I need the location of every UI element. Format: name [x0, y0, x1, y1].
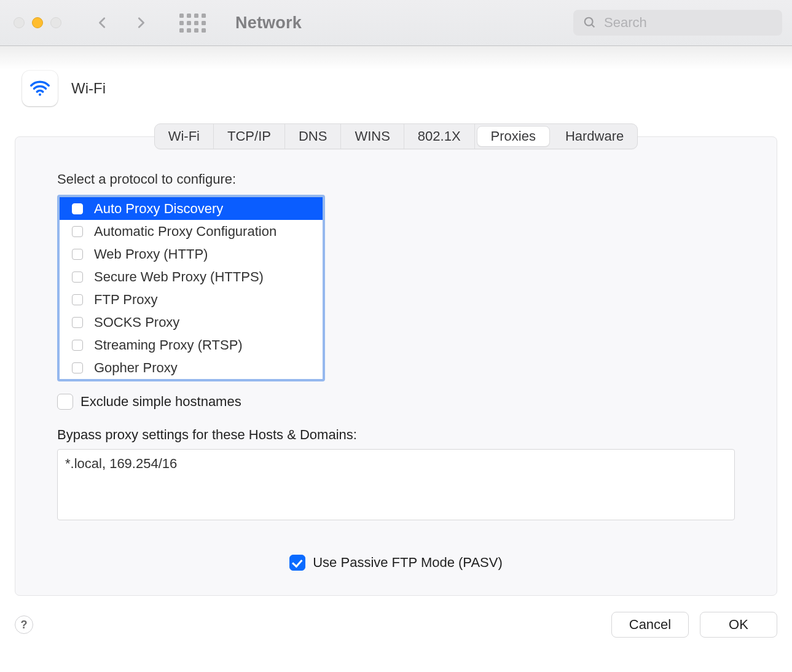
- svg-point-0: [585, 18, 593, 26]
- protocol-row-auto-discovery[interactable]: Auto Proxy Discovery: [60, 197, 323, 220]
- protocol-checkbox[interactable]: [72, 249, 83, 260]
- protocol-row-auto-config[interactable]: Automatic Proxy Configuration: [60, 220, 323, 243]
- zoom-window-button[interactable]: [50, 17, 61, 28]
- protocol-checkbox[interactable]: [72, 362, 83, 373]
- ok-button[interactable]: OK: [700, 612, 777, 638]
- window-title: Network: [235, 14, 302, 33]
- forward-button[interactable]: [134, 14, 147, 31]
- tabbar: Wi-Fi TCP/IP DNS WINS 802.1X Proxies Har…: [154, 123, 638, 149]
- cancel-button[interactable]: Cancel: [611, 612, 689, 638]
- protocol-row-https[interactable]: Secure Web Proxy (HTTPS): [60, 265, 323, 288]
- protocol-label: Web Proxy (HTTP): [94, 246, 208, 262]
- history-nav: [96, 14, 147, 31]
- window-controls: [14, 17, 61, 28]
- protocol-label: Auto Proxy Discovery: [94, 201, 223, 217]
- help-button[interactable]: ?: [15, 615, 33, 634]
- protocol-checkbox[interactable]: [72, 340, 83, 351]
- protocol-checkbox[interactable]: [72, 272, 83, 283]
- tab-8021x[interactable]: 802.1X: [404, 124, 475, 149]
- sheet-header: Wi-Fi: [15, 71, 777, 106]
- exclude-hostnames-row[interactable]: Exclude simple hostnames: [57, 394, 735, 410]
- protocol-label: Automatic Proxy Configuration: [94, 224, 276, 240]
- tab-proxies[interactable]: Proxies: [477, 126, 550, 147]
- search-field[interactable]: Search: [573, 10, 782, 36]
- sheet-title: Wi-Fi: [71, 80, 106, 97]
- back-button[interactable]: [96, 14, 109, 31]
- protocol-checkbox[interactable]: [72, 317, 83, 328]
- protocol-list[interactable]: Auto Proxy Discovery Automatic Proxy Con…: [57, 195, 325, 381]
- protocol-label: SOCKS Proxy: [94, 315, 179, 330]
- protocol-label: FTP Proxy: [94, 292, 158, 308]
- show-all-prefs-button[interactable]: [179, 14, 206, 33]
- protocol-checkbox[interactable]: [72, 294, 83, 305]
- tab-tcpip[interactable]: TCP/IP: [214, 124, 285, 149]
- svg-point-2: [39, 93, 41, 96]
- protocol-label: Gopher Proxy: [94, 360, 178, 376]
- bypass-textarea[interactable]: [57, 449, 735, 520]
- tab-wins[interactable]: WINS: [341, 124, 404, 149]
- pasv-checkbox[interactable]: [289, 555, 305, 571]
- protocol-row-socks[interactable]: SOCKS Proxy: [60, 311, 323, 334]
- pasv-label: Use Passive FTP Mode (PASV): [313, 555, 503, 571]
- search-icon: [583, 16, 597, 29]
- protocol-checkbox[interactable]: [72, 226, 83, 237]
- bypass-label: Bypass proxy settings for these Hosts & …: [57, 427, 735, 443]
- titlebar: Network Search: [0, 0, 792, 46]
- exclude-hostnames-checkbox[interactable]: [57, 394, 73, 410]
- protocol-label: Secure Web Proxy (HTTPS): [94, 269, 264, 285]
- protocol-row-http[interactable]: Web Proxy (HTTP): [60, 243, 323, 265]
- protocol-label: Streaming Proxy (RTSP): [94, 337, 243, 353]
- close-window-button[interactable]: [14, 17, 25, 28]
- pasv-row[interactable]: Use Passive FTP Mode (PASV): [289, 555, 503, 571]
- protocol-row-gopher[interactable]: Gopher Proxy: [60, 356, 323, 379]
- protocol-section-label: Select a protocol to configure:: [57, 171, 735, 187]
- dialog-footer: ? Cancel OK: [15, 612, 777, 638]
- svg-line-1: [592, 25, 595, 28]
- protocol-row-ftp[interactable]: FTP Proxy: [60, 288, 323, 311]
- wifi-icon: [22, 71, 58, 106]
- exclude-hostnames-label: Exclude simple hostnames: [80, 394, 241, 410]
- tab-hardware[interactable]: Hardware: [552, 124, 637, 149]
- dialog-sheet: Wi-Fi Wi-Fi TCP/IP DNS WINS 802.1X Proxi…: [0, 46, 792, 652]
- tab-wifi[interactable]: Wi-Fi: [155, 124, 214, 149]
- protocol-row-rtsp[interactable]: Streaming Proxy (RTSP): [60, 334, 323, 356]
- tab-dns[interactable]: DNS: [285, 124, 341, 149]
- minimize-window-button[interactable]: [32, 17, 43, 28]
- proxies-panel: Select a protocol to configure: Auto Pro…: [15, 136, 777, 596]
- protocol-checkbox[interactable]: [72, 203, 83, 214]
- search-placeholder: Search: [604, 15, 647, 31]
